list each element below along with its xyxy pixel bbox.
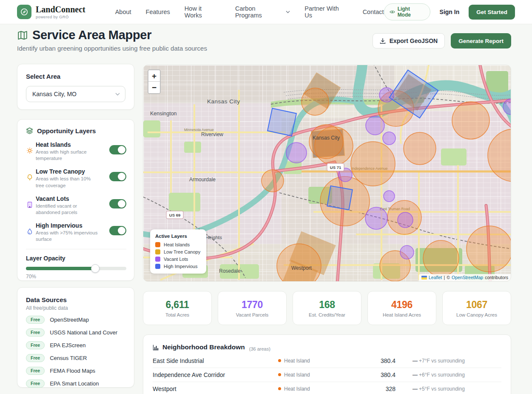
main-nav: About Features How it Works Carbon Progr… (115, 5, 384, 19)
openstreetmap-link[interactable]: OpenStreetMap (452, 275, 483, 280)
low-tree-canopy-toggle[interactable] (109, 172, 126, 181)
high-impervious-toggle[interactable] (109, 226, 126, 235)
us71-shield: US 71 (327, 163, 344, 171)
stat-value: 1770 (242, 299, 263, 311)
chevron-down-icon (286, 11, 290, 13)
nav-how-it-works[interactable]: How it Works (185, 5, 221, 19)
toggle-knob (118, 227, 125, 234)
low-tree-canopy-swatch (155, 249, 160, 254)
stat-value: 6,611 (166, 299, 189, 311)
acres-value: 380.4 (357, 357, 397, 364)
neighborhood-name: East Side Industrial (153, 357, 278, 364)
vacant-lots-toggle[interactable] (109, 199, 126, 208)
vacant-lots-swatch (155, 257, 160, 262)
heat-island-dot-icon (278, 359, 281, 362)
layer-row-heat-islands: Heat Islands Areas with high surface tem… (26, 141, 126, 162)
generate-report-button[interactable]: Generate Report (451, 33, 511, 49)
legend-item: High Impervious (155, 264, 200, 269)
source-name: Census TIGER (50, 355, 87, 361)
select-area-panel: Select Area Kansas City, MO (17, 64, 134, 110)
free-badge: Free (26, 367, 45, 375)
eye-icon (390, 10, 395, 14)
zoom-in-button[interactable]: + (148, 70, 160, 82)
free-badge: Free (26, 328, 45, 337)
nav-partner[interactable]: Partner With Us (304, 5, 348, 19)
brand-name: LandConnect (36, 5, 85, 14)
stats-row: 6,611 Total Acres 1770 Vacant Parcels 16… (143, 291, 511, 325)
layer-name: Heat Islands (36, 141, 107, 148)
attribution-copyright: © (447, 275, 450, 280)
zoom-out-button[interactable]: − (148, 82, 160, 93)
get-started-button[interactable]: Get Started (469, 5, 515, 20)
svg-text:US 69: US 69 (169, 213, 180, 217)
data-sources-panel: Data Sources All free/public data Free O… (17, 287, 134, 388)
temperature-delta: —+6°F vs surrounding (397, 372, 501, 378)
legend-label: High Impervious (164, 264, 197, 269)
source-name: FEMA Flood Maps (50, 368, 95, 374)
opportunity-layers-panel: Opportunity Layers Heat Islands Areas wi… (17, 119, 134, 281)
heat-island-tag: Heat Island (278, 372, 357, 378)
stat-label: Est. Credits/Year (309, 312, 345, 317)
heat-islands-swatch (155, 242, 160, 247)
svg-text:Riverview: Riverview (201, 131, 223, 137)
download-icon (380, 38, 386, 44)
layer-desc: Identified vacant or abandoned parcels (36, 203, 100, 216)
nav-contact[interactable]: Contact (363, 9, 384, 15)
leaflet-link[interactable]: Leaflet (429, 275, 442, 280)
area-select[interactable]: Kansas City, MO (26, 86, 125, 102)
ukraine-flag-icon (421, 276, 427, 280)
brand-logo[interactable]: LandConnect powered by GRŌ (17, 5, 85, 19)
toggle-knob (118, 173, 125, 180)
stat-value: 168 (319, 299, 335, 311)
source-name: EPA EJScreen (50, 342, 85, 348)
heat-islands-toggle[interactable] (109, 145, 126, 154)
free-badge: Free (26, 354, 45, 362)
sun-icon (26, 147, 34, 154)
slider-fill (26, 267, 95, 270)
source-name: EPA Smart Location (50, 380, 99, 387)
legend-item: Heat Islands (155, 242, 200, 247)
breakdown-area-count: (36 areas) (249, 346, 270, 351)
temperature-delta: —+5°F vs surrounding (397, 386, 501, 392)
breakdown-row: East Side Industrial Heat Island 380.4 —… (153, 354, 501, 368)
free-badge: Free (26, 341, 45, 349)
stat-low-canopy-acres: 1067 Low Canopy Acres (442, 291, 511, 325)
source-row: Free Census TIGER (26, 354, 125, 362)
data-sources-title: Data Sources (26, 296, 125, 303)
legend-item: Low Tree Canopy (155, 249, 200, 254)
sign-in-link[interactable]: Sign In (440, 9, 460, 15)
stat-heat-island-acres: 4196 Heat Island Acres (367, 291, 436, 325)
delta-label: +6°F vs surrounding (419, 372, 465, 378)
map-viewport[interactable]: Minnesota Avenue Independence Avenue Eas… (143, 65, 511, 282)
layer-opacity-slider[interactable] (26, 267, 126, 270)
source-row: Free USGS National Land Cover (26, 328, 125, 337)
droplet-icon (26, 228, 34, 235)
map-attribution: Leaflet | © OpenStreetMap contributors (419, 274, 511, 281)
heat-island-tag: Heat Island (278, 386, 357, 392)
svg-text:Kansas City: Kansas City (207, 98, 240, 105)
svg-text:Rosedale: Rosedale (219, 268, 241, 274)
tag-label: Heat Island (284, 386, 310, 392)
trend-dash-icon: — (413, 358, 418, 364)
svg-text:Armourdale: Armourdale (189, 177, 216, 183)
export-geojson-button[interactable]: Export GeoJSON (373, 33, 445, 49)
export-geojson-label: Export GeoJSON (390, 37, 438, 44)
chevron-down-icon (115, 93, 120, 96)
slider-handle[interactable] (91, 264, 100, 273)
trend-dash-icon: — (413, 386, 418, 392)
area-select-value: Kansas City, MO (32, 91, 77, 97)
nav-carbon-programs[interactable]: Carbon Programs (235, 5, 290, 19)
top-navbar: LandConnect powered by GRŌ About Feature… (0, 0, 532, 24)
attribution-suffix: contributors (485, 275, 508, 280)
tree-icon (26, 174, 34, 181)
stat-label: Heat Island Acres (383, 312, 421, 317)
light-mode-toggle[interactable]: Light Mode (384, 3, 430, 20)
svg-text:Heights: Heights (205, 235, 222, 240)
legend-label: Heat Islands (164, 242, 190, 247)
layer-desc: Areas with less than 10% tree coverage (36, 176, 100, 188)
legend-label: Low Tree Canopy (164, 249, 200, 254)
tag-label: Heat Island (284, 372, 310, 378)
nav-about[interactable]: About (115, 9, 131, 15)
nav-features[interactable]: Features (146, 9, 170, 15)
data-sources-subtitle: All free/public data (26, 305, 125, 311)
